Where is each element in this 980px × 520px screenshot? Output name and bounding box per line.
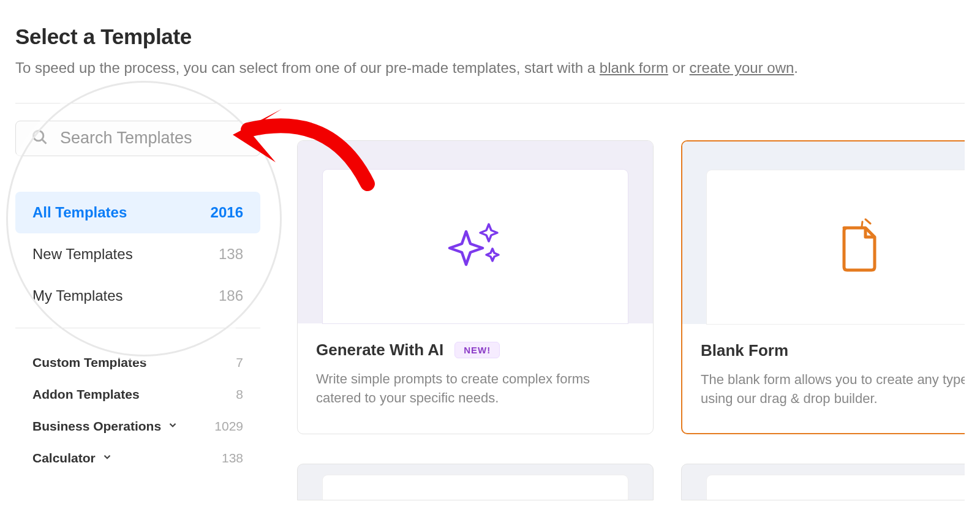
sidebar-item-label: My Templates [32,287,123,304]
chevron-down-icon [167,419,178,434]
sidebar-item-label: Calculator [32,451,113,465]
sparkle-icon [445,220,506,272]
sidebar-item-count: 7 [236,355,243,370]
search-input[interactable] [15,121,260,156]
page-subtitle: To speed up the process, you can select … [15,58,965,78]
sidebar-item-all-templates[interactable]: All Templates2016 [15,192,260,233]
card-title-ai: Generate With AI [316,341,443,360]
create-your-own-link[interactable]: create your own [690,59,794,76]
card-desc-ai: Write simple prompts to create complex f… [316,369,635,409]
template-card-stub-2[interactable] [681,464,965,500]
blank-form-link[interactable]: blank form [600,59,668,76]
card-title-blank: Blank Form [701,341,788,360]
sidebar-item-addon-templates[interactable]: Addon Templates8 [15,379,260,410]
svg-line-2 [865,219,870,224]
file-icon [835,218,884,276]
sidebar-item-count: 2016 [211,204,243,221]
sidebar-separator [15,328,260,328]
search-icon [31,129,48,148]
sidebar-item-count: 138 [219,246,243,263]
sidebar-item-business-operations[interactable]: Business Operations 1029 [15,410,260,442]
sidebar-item-label: New Templates [32,246,133,263]
sidebar: All Templates2016New Templates138My Temp… [15,104,260,501]
page-title: Select a Template [15,24,965,49]
sidebar-item-count: 8 [236,387,243,402]
svg-line-3 [862,222,862,227]
sidebar-item-label: Addon Templates [32,387,140,402]
template-card-stub-1[interactable] [297,464,654,500]
sidebar-item-label: Business Operations [32,419,178,434]
card-preview-ai [298,141,653,323]
svg-point-0 [34,130,43,140]
sidebar-item-calculator[interactable]: Calculator 138 [15,442,260,474]
sidebar-item-custom-templates[interactable]: Custom Templates7 [15,347,260,379]
sidebar-item-label: All Templates [32,204,127,221]
sidebar-item-new-templates[interactable]: New Templates138 [15,233,260,275]
sidebar-item-count: 1029 [214,419,243,434]
template-card-blank[interactable]: Blank Form The blank form allows you to … [681,140,965,435]
sidebar-item-count: 186 [219,287,243,304]
sidebar-item-my-templates[interactable]: My Templates186 [15,275,260,317]
chevron-down-icon [102,451,113,465]
new-badge: NEW! [454,342,500,358]
template-card-ai[interactable]: Generate With AI NEW! Write simple promp… [297,140,654,435]
sidebar-item-count: 138 [222,451,243,465]
svg-line-1 [42,139,47,143]
card-desc-blank: The blank form allows you to create any … [701,370,965,409]
card-preview-blank [682,141,965,324]
sidebar-item-label: Custom Templates [32,355,146,370]
